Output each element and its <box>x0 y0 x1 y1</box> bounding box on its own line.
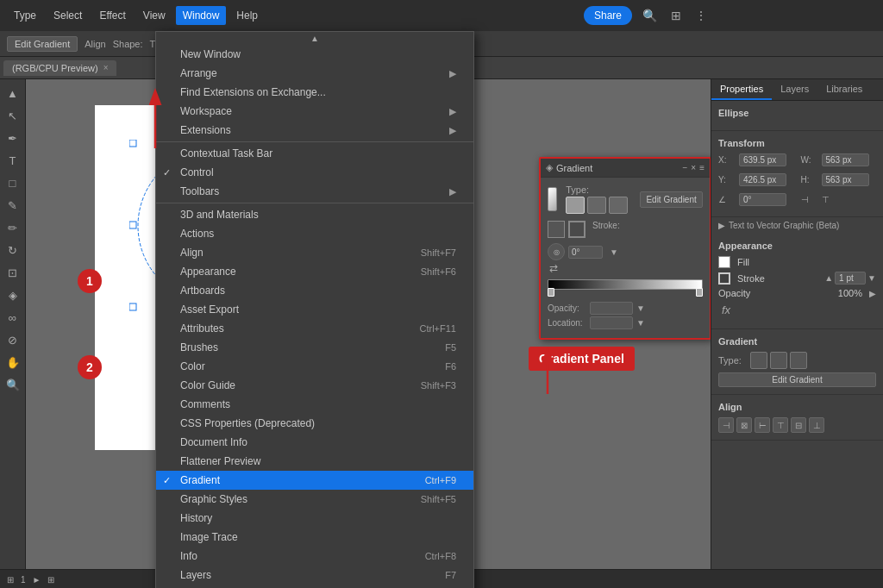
menu-item-color-guide[interactable]: Color GuideShift+F3 <box>156 376 473 395</box>
freeform-gradient-btn[interactable] <box>609 197 628 214</box>
zoom-tool[interactable]: 🔍 <box>3 374 23 395</box>
status-icon-2[interactable]: ⊞ <box>47 575 54 585</box>
menu-view[interactable]: View <box>136 6 172 25</box>
menu-item-find-extensions-on-exchange-[interactable]: Find Extensions on Exchange... <box>156 83 473 102</box>
status-play-btn[interactable]: ► <box>33 575 41 585</box>
menu-item-actions[interactable]: Actions <box>156 224 473 243</box>
menu-effect[interactable]: Effect <box>92 6 132 25</box>
menu-item-gradient[interactable]: ✓GradientCtrl+F9 <box>156 471 473 490</box>
menu-select[interactable]: Select <box>47 6 89 25</box>
left-color-stop[interactable] <box>548 288 554 297</box>
linear-type-btn[interactable] <box>750 352 767 369</box>
menu-item-graphic-styles[interactable]: Graphic StylesShift+F5 <box>156 490 473 509</box>
direct-select-tool[interactable]: ↖ <box>3 105 23 126</box>
flip-v-icon[interactable]: ⊤ <box>822 195 839 204</box>
stroke-down-icon[interactable]: ▼ <box>867 273 876 283</box>
blend-tool[interactable]: ∞ <box>3 307 23 328</box>
align-right-btn[interactable]: ⊢ <box>755 417 770 433</box>
tab-layers[interactable]: Layers <box>772 79 817 100</box>
y-input[interactable] <box>739 173 786 186</box>
angle-transform-input[interactable] <box>739 193 786 206</box>
menu-item-brushes[interactable]: BrushesF5 <box>156 338 473 357</box>
menu-item-flattener-preview[interactable]: Flattener Preview <box>156 452 473 471</box>
align-center-v-btn[interactable]: ⊟ <box>791 417 806 433</box>
menu-item-new-window[interactable]: New Window <box>156 45 473 64</box>
freeform-type-btn[interactable] <box>790 352 807 369</box>
stroke-up-icon[interactable]: ▲ <box>824 273 833 283</box>
menu-item-layers[interactable]: LayersF7 <box>156 566 473 585</box>
gradient-tool[interactable]: ◈ <box>3 285 23 305</box>
linear-gradient-btn[interactable] <box>566 197 585 214</box>
opacity-field-input[interactable] <box>590 302 633 315</box>
menu-item-image-trace[interactable]: Image Trace <box>156 528 473 547</box>
tab-properties[interactable]: Properties <box>711 79 772 100</box>
menu-item-3d-and-materials[interactable]: 3D and Materials <box>156 205 473 224</box>
menu-item-history[interactable]: History <box>156 509 473 528</box>
gradient-panel-menu[interactable]: ≡ <box>699 163 705 172</box>
opacity-expand-icon[interactable]: ▶ <box>869 289 876 298</box>
menu-item-extensions[interactable]: Extensions▶ <box>156 121 473 140</box>
status-icon-1[interactable]: ⊞ <box>7 575 14 585</box>
fx-button[interactable]: fx <box>718 302 734 318</box>
grid-icon[interactable]: ⊞ <box>667 7 685 24</box>
menu-item-control[interactable]: ✓Control <box>156 163 473 182</box>
pencil-tool[interactable]: ✏ <box>3 217 23 238</box>
menu-item-contextual-task-bar[interactable]: Contextual Task Bar <box>156 144 473 163</box>
menu-item-attributes[interactable]: AttributesCtrl+F11 <box>156 319 473 338</box>
gradient-panel-close[interactable]: × <box>691 163 696 172</box>
radial-type-btn[interactable] <box>770 352 787 369</box>
menu-item-asset-export[interactable]: Asset Export <box>156 300 473 319</box>
reverse-gradient-icon[interactable]: ⇄ <box>549 262 558 274</box>
menu-item-comments[interactable]: Comments <box>156 395 473 414</box>
gradient-slider[interactable] <box>548 279 703 297</box>
pen-tool[interactable]: ✒ <box>3 128 23 148</box>
scale-tool[interactable]: ⊡ <box>3 262 23 283</box>
more-icon[interactable]: ⋮ <box>692 7 711 24</box>
menu-item-artboards[interactable]: Artboards <box>156 281 473 300</box>
menu-help[interactable]: Help <box>229 6 265 25</box>
select-tool[interactable]: ▲ <box>3 83 23 103</box>
menu-item-arrange[interactable]: Arrange▶ <box>156 64 473 83</box>
edit-gradient-button[interactable]: Edit Gradient <box>7 36 78 52</box>
menu-type[interactable]: Type <box>7 6 43 25</box>
right-color-stop[interactable] <box>696 288 703 297</box>
menu-item-libraries[interactable]: Libraries <box>156 585 473 588</box>
menu-item-info[interactable]: InfoCtrl+F8 <box>156 547 473 566</box>
share-button[interactable]: Share <box>584 6 632 25</box>
menu-item-appearance[interactable]: AppearanceShift+F6 <box>156 262 473 281</box>
w-input[interactable] <box>822 153 869 166</box>
menu-scroll-up[interactable]: ▲ <box>156 32 473 45</box>
align-top-btn[interactable]: ⊤ <box>773 417 788 433</box>
align-center-h-btn[interactable]: ⊠ <box>736 417 752 433</box>
angle-input[interactable] <box>568 246 603 259</box>
tab-close-icon[interactable]: × <box>103 63 109 72</box>
tab-libraries[interactable]: Libraries <box>817 79 871 100</box>
radial-gradient-btn[interactable] <box>587 197 606 214</box>
menu-item-color[interactable]: ColorF6 <box>156 357 473 376</box>
align-bottom-btn[interactable]: ⊥ <box>809 417 824 433</box>
rotate-tool[interactable]: ↻ <box>3 240 23 260</box>
h-input[interactable] <box>822 173 869 186</box>
align-left-btn[interactable]: ⊣ <box>718 417 734 433</box>
menu-item-document-info[interactable]: Document Info <box>156 433 473 452</box>
window-dropdown-menu[interactable]: ▲ New WindowArrange▶Find Extensions on E… <box>155 31 474 588</box>
stroke-value-input[interactable] <box>835 272 866 285</box>
fill-swatch[interactable] <box>718 256 730 268</box>
hand-tool[interactable]: ✋ <box>3 352 23 372</box>
x-input[interactable] <box>739 153 786 166</box>
menu-item-css-properties-deprecated-[interactable]: CSS Properties (Deprecated) <box>156 414 473 433</box>
gradient-panel-minimize[interactable]: − <box>682 163 687 172</box>
edit-gradient-right-button[interactable]: Edit Gradient <box>718 372 876 387</box>
menu-window[interactable]: Window <box>176 6 227 25</box>
flip-h-icon[interactable]: ⊣ <box>801 195 818 204</box>
shape-tool[interactable]: □ <box>3 172 23 193</box>
search-icon[interactable]: 🔍 <box>639 7 661 24</box>
doc-tab[interactable]: (RGB/CPU Preview) × <box>3 60 116 76</box>
menu-item-align[interactable]: AlignShift+F7 <box>156 243 473 262</box>
stroke-swatch[interactable] <box>718 272 730 285</box>
gradient-edit-button[interactable]: Edit Gradient <box>640 191 703 208</box>
menu-item-workspace[interactable]: Workspace▶ <box>156 102 473 121</box>
menu-item-toolbars[interactable]: Toolbars▶ <box>156 182 473 201</box>
eyedropper-tool[interactable]: ⊘ <box>3 329 23 350</box>
location-field-input[interactable] <box>590 316 633 329</box>
